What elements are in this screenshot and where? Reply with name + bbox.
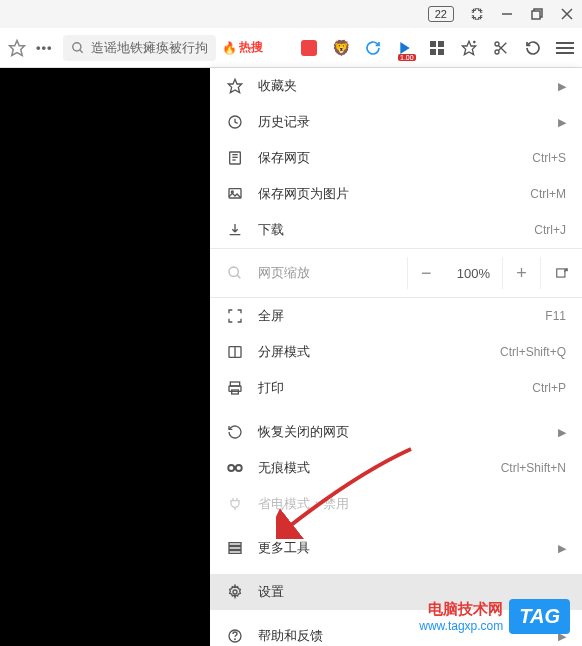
zoom-value: 100% [445,266,502,281]
split-screen-icon [226,343,244,361]
menu-label: 全屏 [258,307,531,325]
more-options[interactable]: ••• [32,40,57,55]
svg-rect-36 [229,551,241,554]
close-button[interactable] [560,7,574,21]
svg-point-23 [229,267,238,276]
search-icon [71,41,85,55]
svg-point-39 [235,639,236,640]
menu-item-power-save[interactable]: 省电模式：禁用 [210,486,582,522]
menu-shortcut: Ctrl+Shift+Q [500,345,566,359]
add-favorite-icon[interactable] [460,39,478,57]
svg-marker-4 [10,40,25,55]
chevron-right-icon: ▶ [558,80,566,93]
restore-icon [226,423,244,441]
undo-icon[interactable] [524,39,542,57]
zoom-in-button[interactable]: + [502,257,540,289]
menu-label: 保存网页 [258,149,518,167]
hot-search-badge[interactable]: 🔥 热搜 [222,39,263,56]
menu-label: 保存网页为图片 [258,185,516,203]
apps-grid-icon[interactable] [428,39,446,57]
menu-label: 打印 [258,379,518,397]
svg-point-37 [233,590,237,594]
lion-icon[interactable]: 🦁 [332,39,350,57]
page-content [0,68,210,646]
menu-item-fullscreen[interactable]: 全屏 F11 [210,298,582,334]
menu-label: 无痕模式 [258,459,487,477]
menu-item-restore-closed[interactable]: 恢复关闭的网页 ▶ [210,414,582,450]
image-icon [226,185,244,203]
tag-badge: TAG [509,599,570,634]
star-icon [226,77,244,95]
menu-shortcut: Ctrl+J [534,223,566,237]
plug-icon [226,495,244,513]
watermark-url: www.tagxp.com [419,619,503,633]
tools-icon [226,539,244,557]
menu-item-incognito[interactable]: 无痕模式 Ctrl+Shift+N [210,450,582,486]
menu-item-save-image[interactable]: 保存网页为图片 Ctrl+M [210,176,582,212]
menu-shortcut: Ctrl+S [532,151,566,165]
bookmark-icon[interactable] [8,39,26,57]
svg-point-11 [495,42,499,46]
menu-shortcut: Ctrl+P [532,381,566,395]
menu-item-history[interactable]: 历史记录 ▶ [210,104,582,140]
menu-label: 更多工具 [258,539,544,557]
zoom-row: 网页缩放 − 100% + [210,248,582,298]
help-icon [226,627,244,645]
svg-marker-7 [400,42,409,54]
menu-item-more-tools[interactable]: 更多工具 ▶ [210,530,582,566]
menu-item-split-screen[interactable]: 分屏模式 Ctrl+Shift+Q [210,334,582,370]
svg-point-5 [72,42,80,50]
menu-label: 收藏夹 [258,77,544,95]
svg-marker-15 [228,79,241,92]
svg-line-6 [79,49,82,52]
maximize-button[interactable] [530,7,544,21]
menu-label: 历史记录 [258,113,544,131]
zoom-out-button[interactable]: − [407,257,445,289]
extension-icon[interactable] [470,7,484,21]
svg-marker-8 [462,41,475,54]
svg-rect-1 [532,11,540,19]
menu-shortcut: Ctrl+M [530,187,566,201]
menu-label: 下载 [258,221,520,239]
menu-item-save-page[interactable]: 保存网页 Ctrl+S [210,140,582,176]
zoom-expand-button[interactable] [540,257,582,289]
incognito-icon [226,459,244,477]
download-icon [226,221,244,239]
gear-icon [226,583,244,601]
svg-rect-25 [556,269,564,277]
tab-count-badge[interactable]: 22 [428,6,454,22]
search-box[interactable]: 造谣地铁瘫痪被行拘 [63,35,216,61]
search-text: 造谣地铁瘫痪被行拘 [91,39,208,57]
svg-rect-35 [229,547,241,550]
print-icon [226,379,244,397]
scissors-icon[interactable] [492,39,510,57]
svg-point-12 [495,50,499,54]
fullscreen-icon [226,307,244,325]
menu-label: 分屏模式 [258,343,486,361]
hamburger-menu[interactable] [556,39,574,57]
menu-label: 恢复关闭的网页 [258,423,544,441]
menu-shortcut: F11 [545,309,566,323]
window-controls: 22 [0,0,582,28]
svg-point-32 [236,465,242,471]
main-menu-dropdown: 收藏夹 ▶ 历史记录 ▶ 保存网页 Ctrl+S 保存网页为图片 Ctrl+M [210,68,582,646]
browser-toolbar: ••• 造谣地铁瘫痪被行拘 🔥 热搜 🦁 [0,28,582,68]
chevron-right-icon: ▶ [558,542,566,555]
content-area: 收藏夹 ▶ 历史记录 ▶ 保存网页 Ctrl+S 保存网页为图片 Ctrl+M [0,68,582,646]
watermark: 电脑技术网 www.tagxp.com TAG [419,599,570,634]
video-icon[interactable] [396,39,414,57]
menu-item-print[interactable]: 打印 Ctrl+P [210,370,582,406]
chevron-right-icon: ▶ [558,116,566,129]
clock-icon [226,113,244,131]
zoom-label: 网页缩放 [258,264,393,282]
menu-item-favorites[interactable]: 收藏夹 ▶ [210,68,582,104]
menu-item-downloads[interactable]: 下载 Ctrl+J [210,212,582,248]
refresh-icon[interactable] [364,39,382,57]
watermark-title: 电脑技术网 [428,600,503,619]
zoom-search-icon [226,264,244,282]
menu-shortcut: Ctrl+Shift+N [501,461,566,475]
minimize-button[interactable] [500,7,514,21]
menu-label: 省电模式：禁用 [258,495,566,513]
shield-icon[interactable] [300,39,318,57]
save-icon [226,149,244,167]
